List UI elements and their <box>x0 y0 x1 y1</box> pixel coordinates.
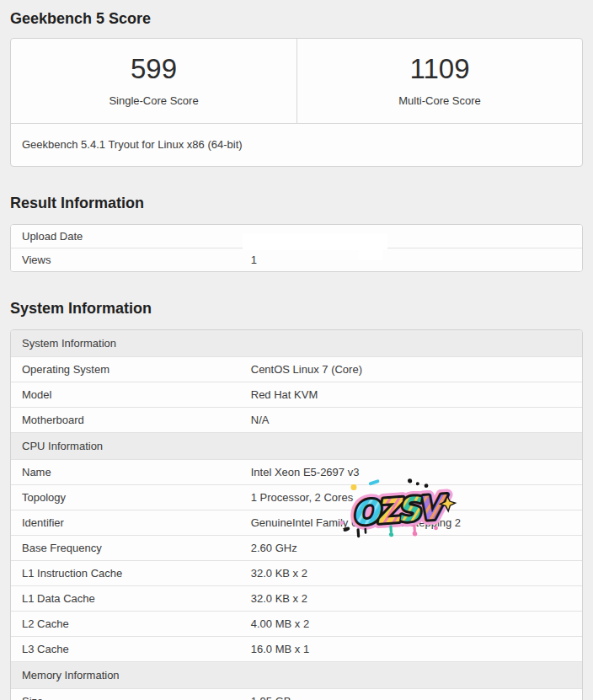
table-row: Operating SystemCentOS Linux 7 (Core) <box>11 356 582 382</box>
table-subheader-row: Memory Information <box>11 661 582 688</box>
row-label: Operating System <box>11 357 251 382</box>
benchmark-version-label: Geekbench 5.4.1 Tryout for Linux x86 (64… <box>11 123 582 166</box>
score-grid: 599 Single-Core Score 1109 Multi-Core Sc… <box>11 39 582 123</box>
single-core-score-block: 599 Single-Core Score <box>11 39 296 123</box>
page-container: Geekbench 5 Score 599 Single-Core Score … <box>0 0 593 700</box>
row-label: L1 Instruction Cache <box>11 561 251 585</box>
table-row: L1 Data Cache32.0 KB x 2 <box>11 585 582 611</box>
row-label: Base Frequency <box>11 536 251 560</box>
geekbench-result-page: { "score_header": { "title": "Geekbench … <box>0 0 593 700</box>
row-value: 32.0 KB x 2 <box>251 561 582 585</box>
table-row: Topology1 Processor, 2 Cores <box>11 484 582 510</box>
row-value: Intel Xeon E5-2697 v3 <box>251 460 582 484</box>
row-value: 2.60 GHz <box>251 536 582 560</box>
row-value: 4.00 MB x 2 <box>251 612 582 636</box>
single-core-score-value: 599 <box>131 55 177 83</box>
row-value: N/A <box>251 408 582 432</box>
row-label: Identifier <box>11 510 251 535</box>
table-row-views: Views 1 <box>11 248 582 271</box>
result-information-table: Upload Date Views 1 <box>11 225 582 271</box>
table-row: Base Frequency2.60 GHz <box>11 535 582 560</box>
row-label: Model <box>11 382 251 407</box>
table-subheader-row: CPU Information <box>11 432 582 459</box>
row-label: L2 Cache <box>11 612 251 636</box>
system-information-table: System InformationOperating SystemCentOS… <box>11 330 582 700</box>
row-value: 16.0 MB x 1 <box>251 637 582 661</box>
row-label: L1 Data Cache <box>11 586 251 611</box>
table-subheader-row: System Information <box>11 330 582 356</box>
redaction-overlay <box>360 249 382 260</box>
row-value: GenuineIntel Family 6 Model 63 Stepping … <box>251 510 582 535</box>
result-information-card: Upload Date Views 1 <box>10 224 583 272</box>
table-row-upload-date: Upload Date <box>11 225 582 248</box>
row-label: System Information <box>11 330 582 356</box>
row-label: Topology <box>11 485 251 510</box>
row-value: Red Hat KVM <box>251 382 582 407</box>
row-value: 1 <box>251 248 582 271</box>
row-label: L3 Cache <box>11 637 251 661</box>
multi-core-score-block: 1109 Multi-Core Score <box>296 39 582 123</box>
score-card: 599 Single-Core Score 1109 Multi-Core Sc… <box>10 38 583 167</box>
system-information-card: System InformationOperating SystemCentOS… <box>10 329 583 700</box>
row-label: Motherboard <box>11 408 251 432</box>
table-row: Size1.95 GB <box>11 688 582 700</box>
row-label: Size <box>11 689 251 700</box>
row-label: Upload Date <box>11 225 251 248</box>
multi-core-score-value: 1109 <box>410 55 470 83</box>
row-label: Memory Information <box>11 662 582 688</box>
table-row: IdentifierGenuineIntel Family 6 Model 63… <box>11 510 582 535</box>
row-value: 1 Processor, 2 Cores <box>251 485 582 510</box>
page-title: Geekbench 5 Score <box>10 10 583 28</box>
table-row: ModelRed Hat KVM <box>11 382 582 407</box>
single-core-score-label: Single-Core Score <box>109 94 198 107</box>
table-row: NameIntel Xeon E5-2697 v3 <box>11 459 582 484</box>
table-row: L3 Cache16.0 MB x 1 <box>11 636 582 661</box>
result-information-title: Result Information <box>10 195 583 212</box>
table-row: L1 Instruction Cache32.0 KB x 2 <box>11 560 582 585</box>
row-label: Views <box>11 248 251 271</box>
row-value: 32.0 KB x 2 <box>251 586 582 611</box>
system-information-title: System Information <box>10 300 583 318</box>
table-row: MotherboardN/A <box>11 407 582 432</box>
table-row: L2 Cache4.00 MB x 2 <box>11 611 582 636</box>
row-value: 1.95 GB <box>251 689 582 700</box>
row-value: CentOS Linux 7 (Core) <box>251 357 582 382</box>
views-value: 1 <box>251 254 257 266</box>
row-value <box>251 232 582 242</box>
multi-core-score-label: Multi-Core Score <box>398 94 481 107</box>
row-label: CPU Information <box>11 433 582 459</box>
row-label: Name <box>11 460 251 484</box>
